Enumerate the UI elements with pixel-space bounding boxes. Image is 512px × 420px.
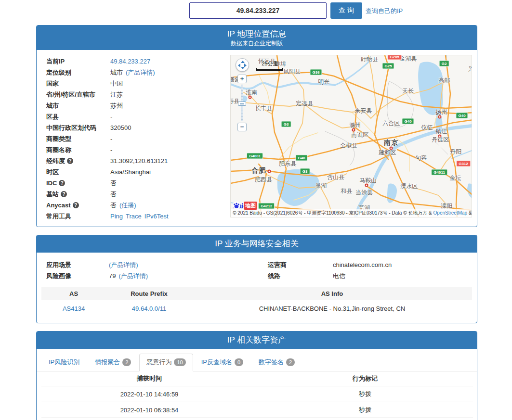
road-shield: G205 (387, 55, 402, 60)
pan-left-icon[interactable] (238, 64, 240, 67)
tab-rdns[interactable]: IP反查域名0 (194, 354, 250, 371)
map-scale-bar (256, 68, 283, 71)
biz-field-value: chinatelecom.com.cn (333, 259, 394, 270)
map-city-label: 凤阳县 (283, 67, 301, 76)
zoom-out-button[interactable]: − (237, 123, 247, 131)
geo-value-link[interactable]: 49.84.233.227 (110, 58, 150, 65)
geo-row-value: - (110, 111, 115, 122)
biz-field-label: 风险画像 (46, 270, 109, 281)
geo-panel-body: 当前IP49.84.233.227定位级别城市(产品详情)国家中国省/州/特区/… (37, 50, 477, 227)
capture-time-header: 捕获时间 (41, 371, 257, 386)
route-prefix-header: Route Prefix (106, 287, 192, 300)
geo-value-text: - (110, 146, 112, 153)
road-shield: G312 (456, 161, 471, 167)
tab-malicious[interactable]: 恶意行为10 (139, 354, 193, 371)
geo-value-link[interactable]: (任播) (119, 202, 136, 209)
map-city-label: 滁州 (349, 121, 361, 129)
map-city-label: 定远县 (296, 100, 313, 108)
map-city-label: 丹阳 (450, 148, 461, 156)
geo-row-label: 国家 (46, 78, 110, 89)
geo-value-link[interactable]: (产品详情) (126, 69, 155, 76)
zoom-in-button[interactable]: + (237, 75, 247, 83)
map-city-label: 长丰县 (255, 104, 272, 113)
tab-ip-risk[interactable]: IP风险识别 (41, 354, 87, 371)
map-labels: 怀远县蚌埠凤阳县明光潘集寿县淮南长丰县定远县来安县滁州南谯区全椒县盱眙县金湖县天… (231, 55, 472, 217)
query-own-ip-link[interactable]: 查询自己的IP (366, 7, 403, 15)
as-number-link[interactable]: AS4134 (63, 305, 85, 312)
as-cell: AS4134 (41, 300, 106, 318)
geo-row-label: 当前IP (46, 56, 110, 67)
product-detail-link[interactable]: (产品详情) (109, 261, 138, 268)
map-city-label: 句容 (415, 154, 427, 162)
geo-row: 国家中国 (46, 78, 230, 89)
geo-value-text: - (110, 113, 112, 120)
help-icon[interactable]: ? (67, 158, 73, 164)
behavior-cell: 秒拨 (257, 402, 473, 418)
help-icon[interactable]: ? (73, 202, 79, 208)
query-button[interactable]: 查 询 (330, 2, 362, 19)
geo-row: 定位级别城市(产品详情) (46, 67, 230, 78)
tab-label: 数字签名 (259, 358, 284, 366)
map-city-label: 巢湖 (315, 182, 327, 190)
pan-right-icon[interactable] (244, 64, 247, 67)
geo-row-label: 中国行政区划代码 (46, 122, 110, 133)
tab-signature[interactable]: 数字签名2 (251, 354, 302, 371)
search-bar: 查 询 查询自己的IP (0, 0, 512, 25)
behavior-cell: 2022-01-10 14:46:59 (41, 386, 257, 402)
zoom-slider-handle[interactable] (238, 102, 246, 106)
map[interactable]: 怀远县蚌埠凤阳县明光潘集寿县淮南长丰县定远县来安县滁州南谯区全椒县盱眙县金湖县天… (230, 55, 472, 217)
city-dot (438, 115, 442, 119)
map-city-label: 建邺区 (379, 149, 396, 157)
help-icon[interactable]: ? (59, 180, 65, 186)
geo-row: 经纬度?31.3092,120.613121 (46, 155, 230, 166)
business-fields: 应用场景(产品详情)风险画像79(产品详情) 运营商chinatelecom.c… (41, 257, 472, 282)
attribution-text: © 2021 Baidu - GS(2021)6026号 - 甲测资字11009… (233, 210, 433, 216)
map-city-label: 丹徒区 (432, 136, 449, 144)
business-panel: IP 业务与网络安全相关 应用场景(产品详情)风险画像79(产品详情) 运营商c… (36, 235, 477, 323)
geo-value-link[interactable]: Trace (126, 213, 142, 220)
geo-row-value: 城市(产品详情) (110, 67, 158, 78)
geo-value-link[interactable]: IPv6Test (144, 213, 169, 220)
assets-panel-title: IP 相关数字资产 (41, 334, 472, 346)
map-attribution: © 2021 Baidu - GS(2021)6026号 - 甲测资字11009… (231, 209, 472, 217)
ip-search-input[interactable] (189, 2, 327, 19)
geo-row-label: 城市 (46, 100, 110, 111)
osm-link[interactable]: OpenStreetMap (433, 210, 468, 216)
map-city-label: 溧阳 (441, 202, 452, 210)
biz-field-value: (产品详情) (109, 259, 141, 270)
route-prefix-link[interactable]: 49.64.0.0/11 (132, 305, 166, 312)
road-shield: G4011 (431, 169, 447, 176)
map-city-label: 和县 (341, 187, 352, 195)
geo-value-text: 苏州 (110, 102, 123, 109)
map-city-label: 合肥 (251, 166, 266, 175)
city-dot (249, 96, 252, 99)
map-pan-control[interactable] (236, 58, 249, 72)
map-city-label: 淮南 (246, 89, 257, 97)
business-panel-heading: IP 业务与网络安全相关 (37, 235, 477, 253)
geo-row: 省/州/特区/直辖市江苏 (46, 89, 230, 100)
as-table-row: AS4134 49.64.0.0/11 CHINANET-BACKBONE - … (41, 300, 472, 318)
geo-row: IDC?否 (46, 178, 230, 189)
geo-row-value: - (110, 144, 115, 155)
tab-label: IP风险识别 (49, 358, 79, 366)
product-detail-link[interactable]: (产品详情) (118, 272, 148, 280)
map-city-label: 南京 (384, 139, 398, 147)
help-icon[interactable]: ? (61, 191, 67, 197)
as-table-header-row: AS Route Prefix AS Info (41, 287, 472, 300)
geo-value-link[interactable]: Ping (110, 213, 123, 220)
road-shield: G4001 (247, 153, 263, 159)
geo-row: 基站?否 (46, 189, 230, 200)
biz-value-text: 79 (109, 272, 116, 280)
geo-row-value: - (110, 133, 115, 144)
geo-row-label: 定位级别 (46, 67, 110, 78)
map-city-label: 扬州 (435, 108, 447, 116)
assets-panel: IP 相关数字资产 IP风险识别情报聚合2恶意行为10IP反查域名0数字签名2 … (36, 331, 477, 420)
map-city-label: 来安县 (354, 107, 372, 115)
tab-intel[interactable]: 情报聚合2 (88, 354, 138, 371)
behavior-cell: 秒拨 (257, 386, 473, 402)
geo-row: 时区Asia/Shanghai (46, 166, 230, 178)
pan-up-icon[interactable] (241, 61, 245, 63)
map-city-label: 六合区 (382, 119, 400, 127)
city-dot (268, 170, 271, 173)
map-city-label: 当涂县 (355, 189, 373, 197)
